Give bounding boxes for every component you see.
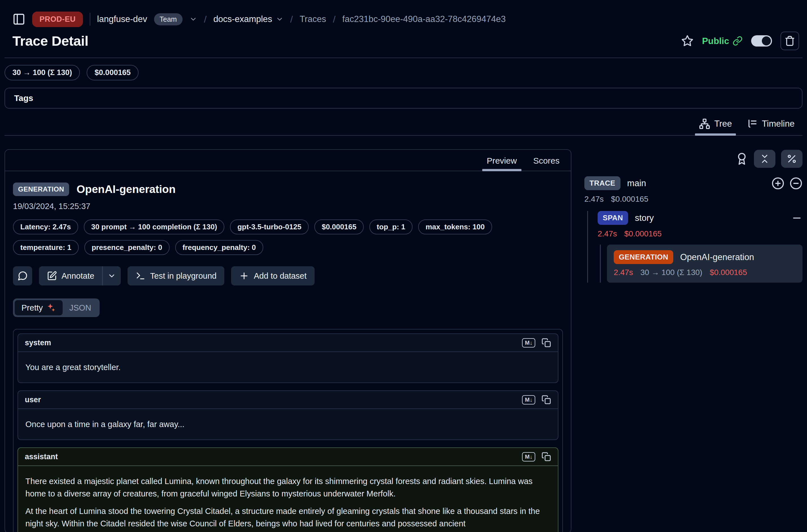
content-row: Preview Scores GENERATION OpenAI-generat…	[4, 149, 803, 532]
observation-title: OpenAI-generation	[76, 183, 175, 195]
public-label: Public	[702, 36, 729, 46]
project-chevron-down-icon	[276, 15, 284, 23]
tree-node-span[interactable]: SPAN story	[598, 211, 803, 225]
system-message-card: system M↓ You are a great storyteller.	[18, 334, 558, 383]
tree-network-icon	[699, 118, 710, 130]
trace-metrics: 2.47s $0.000165	[584, 195, 803, 204]
breadcrumb-project[interactable]: docs-examples	[213, 14, 283, 24]
breadcrumb-section[interactable]: Traces	[300, 14, 326, 24]
metrics-percent-button[interactable]	[781, 150, 803, 168]
sidebar-toggle-button[interactable]	[13, 13, 25, 26]
assistant-paragraph: At the heart of Lumina stood the towerin…	[25, 505, 550, 530]
observation-header: GENERATION OpenAI-generation	[13, 183, 563, 196]
message-role-label: user	[25, 396, 41, 404]
format-toggle: Pretty JSON	[13, 299, 100, 317]
panel-tabs: Preview Scores	[5, 150, 571, 171]
link-icon	[732, 36, 743, 46]
circle-plus-icon	[771, 177, 784, 190]
scores-award-icon[interactable]	[735, 152, 748, 165]
playground-label: Test in playground	[150, 271, 217, 281]
trace-children: SPAN story 2.47s $0.000165 GENER	[587, 211, 803, 283]
header-actions: Public	[681, 32, 799, 50]
span-collapse-button[interactable]	[791, 212, 803, 224]
sparkles-icon	[46, 303, 56, 312]
message-role-label: assistant	[25, 453, 58, 461]
collapse-all-button[interactable]	[754, 150, 775, 168]
breadcrumb-separator: /	[290, 14, 293, 25]
generation-metrics: 2.47s 30 → 100 (Σ 130) $0.000165	[614, 268, 796, 277]
annotate-button[interactable]: Annotate	[39, 266, 102, 285]
generation-name: OpenAI-generation	[680, 252, 754, 262]
org-chevron-down-icon[interactable]	[189, 15, 197, 23]
delete-trace-button[interactable]	[781, 32, 799, 50]
generation-node-header: GENERATION OpenAI-generation	[614, 250, 796, 264]
system-message-content: You are a great storyteller.	[18, 352, 558, 382]
star-icon	[681, 35, 694, 47]
token-usage-badge: 30 prompt → 100 completion (Σ 130)	[84, 220, 224, 234]
public-share-link[interactable]: Public	[702, 36, 743, 46]
tab-timeline-label: Timeline	[762, 119, 794, 129]
span-metrics: 2.47s $0.000165	[598, 229, 803, 239]
copy-icon[interactable]	[542, 395, 551, 404]
system-message-header: system M↓	[18, 334, 558, 352]
generation-cost: $0.000165	[710, 268, 747, 277]
comment-button[interactable]	[13, 266, 32, 285]
public-toggle[interactable]	[751, 35, 772, 46]
expand-all-button[interactable]	[771, 177, 784, 190]
page-title: Trace Detail	[13, 33, 88, 49]
environment-badge: PROD-EU	[32, 12, 83, 27]
trace-detail-page: PROD-EU langfuse-dev Team / docs-example…	[0, 0, 807, 532]
generation-latency: 2.47s	[614, 268, 633, 277]
tab-tree[interactable]: Tree	[693, 116, 738, 135]
markdown-toggle-icon[interactable]: M↓	[522, 395, 535, 404]
breadcrumb-separator: /	[333, 14, 336, 25]
top-p-badge: top_p: 1	[369, 220, 413, 234]
pretty-label: Pretty	[21, 303, 43, 312]
copy-icon[interactable]	[542, 338, 551, 347]
panel-left-icon	[13, 13, 25, 26]
org-type-badge: Team	[154, 13, 183, 25]
model-badge[interactable]: gpt-3.5-turbo-0125	[230, 220, 309, 234]
tags-container[interactable]: Tags	[4, 88, 803, 109]
format-pretty-button[interactable]: Pretty	[15, 300, 63, 315]
add-to-dataset-button[interactable]: Add to dataset	[231, 266, 314, 285]
trace-name: main	[627, 178, 646, 188]
cost-badge: $0.000165	[87, 65, 138, 80]
span-name: story	[635, 213, 654, 223]
annotate-dropdown-button[interactable]	[103, 266, 121, 285]
annotate-label: Annotate	[61, 271, 94, 281]
frequency-penalty-badge: frequency_penalty: 0	[175, 240, 263, 255]
copy-icon[interactable]	[542, 452, 551, 461]
breadcrumb: PROD-EU langfuse-dev Team / docs-example…	[4, 0, 803, 27]
bookmark-star-button[interactable]	[681, 35, 694, 47]
cost-badge: $0.000165	[314, 220, 364, 234]
tree-node-generation-selected[interactable]: GENERATION OpenAI-generation 2.47s 30 → …	[607, 245, 803, 283]
toggle-knob	[762, 36, 771, 45]
trace-cost: $0.000165	[611, 195, 649, 204]
tree-node-trace[interactable]: TRACE main	[584, 176, 803, 190]
playground-button[interactable]: Test in playground	[128, 266, 224, 285]
markdown-toggle-icon[interactable]: M↓	[522, 338, 535, 347]
comment-icon	[17, 270, 28, 281]
breadcrumb-trace-id: fac231bc-90ee-490a-aa32-78c4269474e3	[342, 14, 506, 24]
markdown-toggle-icon[interactable]: M↓	[522, 452, 535, 461]
circle-minus-icon	[789, 177, 803, 190]
span-children: GENERATION OpenAI-generation 2.47s 30 → …	[600, 245, 803, 283]
tab-scores[interactable]: Scores	[527, 155, 566, 171]
message-tools: M↓	[522, 452, 551, 461]
trace-latency: 2.47s	[584, 195, 604, 204]
span-cost: $0.000165	[624, 229, 662, 239]
observation-panel: Preview Scores GENERATION OpenAI-generat…	[4, 149, 571, 532]
messages-container: system M↓ You are a great storyteller.	[13, 329, 563, 532]
assistant-message-header: assistant M↓	[18, 448, 558, 466]
tab-timeline[interactable]: Timeline	[740, 116, 801, 135]
collapse-tree-button[interactable]	[789, 177, 803, 190]
assistant-paragraph: There existed a majestic planet called L…	[25, 475, 550, 500]
generation-tokens: 30 → 100 (Σ 130)	[640, 268, 702, 277]
format-json-button[interactable]: JSON	[63, 300, 98, 315]
user-message-header: user M↓	[18, 391, 558, 409]
assistant-message-card: assistant M↓ There existed a majestic pl…	[18, 448, 558, 532]
breadcrumb-org[interactable]: langfuse-dev	[97, 14, 147, 24]
tab-preview[interactable]: Preview	[481, 155, 523, 171]
view-tabs: Tree Timeline	[4, 116, 803, 136]
